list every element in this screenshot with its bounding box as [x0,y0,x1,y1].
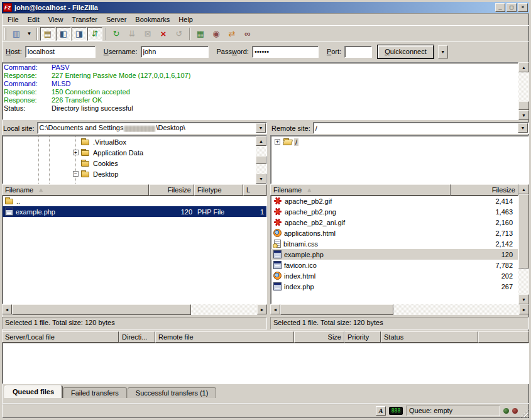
queue-column-remote-file[interactable]: Remote file [155,331,294,343]
password-input[interactable] [252,46,319,58]
chevron-down-icon[interactable]: ▼ [518,123,528,133]
file-row[interactable]: bitnami.css2,142 [271,238,518,249]
find-files-button[interactable]: ∞ [240,27,255,41]
quickconnect-button[interactable]: Quickconnect [378,45,434,58]
file-row[interactable]: apache_pb2.png1,463 [271,206,518,217]
toggle-queue-button[interactable]: ⇵ [87,27,102,41]
expand-icon[interactable]: + [275,139,280,145]
menu-item-edit[interactable]: Edit [23,14,44,25]
file-row[interactable]: favicon.ico7,782 [271,260,518,270]
local-list-header[interactable]: Filename▲FilesizeFiletypeL [2,184,267,196]
cancel-operation-button[interactable]: ⊠ [140,27,155,41]
column-header-filename[interactable]: Filename▲ [2,184,149,196]
tree-item[interactable]: Cookies [3,158,256,169]
scroll-up-icon[interactable]: ▲ [518,62,529,72]
file-row[interactable]: apache_pb2_ani.gif2,160 [271,217,518,228]
file-row[interactable]: applications.html2,713 [271,228,518,238]
scroll-thumb[interactable] [518,101,529,110]
resize-grip[interactable] [520,409,528,417]
close-button[interactable]: × [518,3,528,12]
column-header-filesize[interactable]: Filesize [451,184,518,196]
scroll-up-icon[interactable]: ▲ [518,184,529,194]
scroll-thumb[interactable] [256,156,266,164]
file-row[interactable]: example.php120PHP File1 [3,206,266,217]
column-header-filename[interactable]: Filename▲ [270,184,451,196]
tree-item[interactable]: −Desktop [3,169,256,179]
queue-column-directi-[interactable]: Directi... [119,331,155,343]
file-row[interactable]: .. [3,196,266,206]
reconnect-button[interactable]: ↺ [172,27,187,41]
toggle-message-log-button[interactable]: ▤ [40,27,55,41]
tree-item[interactable]: .VirtualBox [3,136,256,147]
queue-column-blank[interactable] [478,331,529,343]
disconnect-button[interactable]: × [156,27,171,41]
process-queue-button[interactable]: ⇊ [124,27,140,41]
log-scrollbar[interactable]: ▲ ▼ [518,62,529,120]
menu-item-help[interactable]: Help [174,14,197,25]
column-header-filetype[interactable]: Filetype [194,184,243,196]
scroll-down-icon[interactable]: ▼ [256,174,266,184]
expand-icon[interactable]: + [73,150,79,155]
tab-successful-transfers-1-[interactable]: Successful transfers (1) [128,387,217,398]
menu-item-transfer[interactable]: Transfer [67,14,102,25]
tree-item-root[interactable]: + / [271,136,528,147]
scroll-down-icon[interactable]: ▼ [518,294,529,304]
column-header-l[interactable]: L [243,184,267,196]
maximize-button[interactable]: □ [506,3,517,12]
toggle-remote-tree-button[interactable]: ◨ [72,27,87,41]
scroll-thumb[interactable] [518,194,529,268]
scroll-right-icon[interactable]: ► [519,304,529,314]
site-manager-dropdown[interactable]: ▼ [25,27,34,41]
refresh-button[interactable]: ↻ [109,27,124,41]
file-row[interactable]: example.php120 [271,249,518,260]
site-manager-button[interactable]: ▥ [9,27,24,41]
column-header-filesize[interactable]: Filesize [149,184,194,196]
scroll-thumb[interactable] [12,304,191,315]
remote-site-combo[interactable]: / ▼ [313,122,529,134]
queue-column-priority[interactable]: Priority [344,331,381,343]
remote-list-scrollbar[interactable]: ▲ ▼ [518,184,529,304]
title-bar[interactable]: Fz john@localhost - FileZilla _□× [2,2,529,13]
file-row[interactable]: index.html202 [271,270,518,281]
queue-header[interactable]: Server/Local fileDirecti...Remote fileSi… [2,331,529,343]
menu-item-bookmarks[interactable]: Bookmarks [131,14,174,25]
tree-item-label[interactable]: Cookies [92,160,119,167]
toggle-local-tree-button[interactable]: ◧ [56,27,71,41]
chevron-down-icon[interactable]: ▼ [256,123,266,133]
filter-button[interactable]: ▦ [193,27,208,41]
directory-comparison-button[interactable]: ◉ [209,27,224,41]
menu-item-view[interactable]: View [44,14,68,25]
menu-item-server[interactable]: Server [102,14,131,25]
remote-list-header[interactable]: Filename▲Filesize [270,184,518,196]
tree-item-label[interactable]: / [294,138,298,146]
synchronized-browsing-button[interactable]: ⇄ [224,27,239,41]
scroll-right-icon[interactable]: ► [257,304,267,314]
remote-hscrollbar[interactable]: ◄ ► [270,304,529,315]
scroll-left-icon[interactable]: ◄ [2,304,12,314]
quickconnect-dropdown[interactable]: ▼ [438,45,448,58]
speedlimits-indicator-icon[interactable]: 888 [389,407,403,415]
tab-failed-transfers[interactable]: Failed transfers [63,387,127,398]
expand-icon[interactable]: − [73,171,79,177]
queue-column-status[interactable]: Status [381,331,478,343]
tree-item-label[interactable]: .VirtualBox [92,138,128,146]
tab-queued-files[interactable]: Queued files [4,385,62,398]
minimize-button[interactable]: _ [495,3,505,12]
scroll-left-icon[interactable]: ◄ [270,304,280,314]
local-tree-scrollbar[interactable]: ▲ ▼ [256,136,266,184]
local-hscrollbar[interactable]: ◄ ► [2,304,267,315]
port-input[interactable] [344,46,372,58]
scroll-down-icon[interactable]: ▼ [518,110,529,120]
username-input[interactable] [141,46,209,58]
scroll-thumb[interactable] [280,304,393,315]
file-row[interactable]: index.php267 [271,281,518,292]
scroll-up-icon[interactable]: ▲ [256,136,266,146]
transfer-type-indicator-icon[interactable]: A [376,406,386,416]
file-row[interactable]: apache_pb2.gif2,414 [271,196,518,206]
local-site-combo[interactable]: C:\Documents and Settings\Desktop\ ▼ [37,122,267,134]
menu-item-file[interactable]: File [3,14,23,25]
tree-item-label[interactable]: Application Data [92,149,145,157]
queue-column-server-local-file[interactable]: Server/Local file [2,331,119,343]
queue-column-size[interactable]: Size [294,331,344,343]
tree-item-label[interactable]: Desktop [92,170,119,178]
